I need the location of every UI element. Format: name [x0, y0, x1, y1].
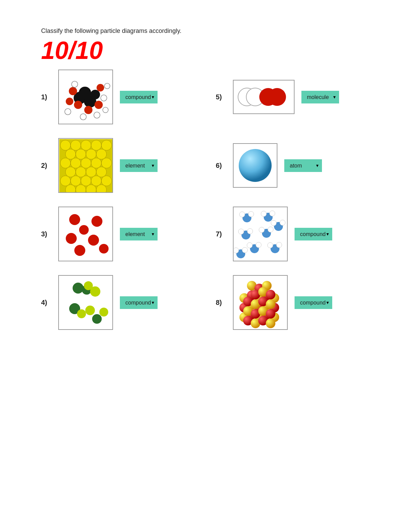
svg-point-67: [259, 227, 264, 233]
svg-point-70: [271, 220, 276, 226]
svg-point-77: [276, 242, 282, 248]
q6-diagram: [233, 143, 277, 188]
svg-point-53: [66, 233, 77, 244]
svg-point-41: [71, 176, 81, 186]
q5-select[interactable]: compound element molecule atom: [301, 91, 339, 103]
svg-point-22: [60, 140, 71, 150]
svg-point-65: [247, 228, 253, 234]
svg-point-24: [81, 140, 91, 150]
svg-point-76: [267, 243, 273, 248]
q4-svg: [59, 276, 112, 329]
question-7: 7): [216, 207, 370, 261]
svg-point-52: [79, 225, 89, 235]
svg-point-26: [101, 140, 112, 150]
instruction-text: Classify the following particle diagrams…: [41, 27, 370, 35]
svg-point-39: [96, 167, 107, 177]
q3-select[interactable]: compound element molecule atom: [120, 228, 158, 240]
svg-point-62: [270, 211, 275, 216]
svg-point-49: [239, 149, 272, 182]
svg-point-30: [96, 149, 107, 159]
svg-point-6: [84, 106, 92, 114]
svg-point-86: [90, 286, 100, 297]
q8-svg: [234, 276, 287, 329]
svg-point-42: [81, 176, 91, 186]
q8-diagram: [233, 275, 288, 330]
svg-point-68: [268, 227, 273, 232]
q3-diagram: [58, 207, 113, 261]
svg-point-56: [99, 244, 109, 253]
question-1: 1): [41, 70, 195, 124]
svg-point-31: [60, 158, 71, 168]
svg-point-116: [266, 299, 275, 309]
q1-select-wrapper: compound element molecule atom: [120, 91, 158, 103]
q7-diagram: [233, 207, 288, 261]
svg-point-84: [92, 314, 102, 324]
q1-diagram: [58, 70, 113, 124]
q5-select-wrapper: compound element molecule atom: [301, 91, 339, 103]
question-5: 5) compound element molecule atom: [216, 70, 370, 124]
svg-point-40: [60, 176, 71, 186]
q7-svg: [234, 208, 287, 261]
q5-svg: [234, 81, 294, 113]
svg-point-10: [72, 81, 78, 87]
svg-point-88: [85, 306, 95, 315]
svg-point-11: [94, 112, 100, 118]
svg-point-79: [234, 248, 239, 253]
svg-point-16: [104, 83, 110, 89]
question-6: 6) compound element: [216, 138, 370, 193]
q4-number: 4): [41, 299, 51, 307]
q1-select[interactable]: compound element molecule atom: [120, 91, 158, 103]
svg-point-13: [65, 109, 71, 115]
question-2: 2): [41, 138, 195, 193]
svg-point-59: [248, 211, 254, 217]
q5-number: 5): [216, 93, 226, 101]
svg-point-64: [238, 229, 244, 234]
q6-select[interactable]: compound element molecule atom: [284, 159, 322, 172]
svg-point-32: [71, 158, 81, 168]
svg-point-12: [101, 95, 107, 101]
q2-number: 2): [41, 162, 51, 170]
score-display: 10/10: [41, 38, 370, 63]
svg-point-71: [280, 220, 285, 225]
svg-point-38: [86, 167, 96, 177]
q4-select-wrapper: compound element molecule atom: [120, 296, 158, 309]
svg-point-23: [71, 140, 81, 150]
q1-number: 1): [41, 93, 51, 101]
svg-point-44: [101, 176, 112, 186]
svg-point-87: [77, 309, 86, 318]
svg-point-33: [81, 158, 91, 168]
svg-point-20: [268, 88, 286, 106]
q4-diagram: [58, 275, 113, 330]
q4-select[interactable]: compound element molecule atom: [120, 296, 158, 309]
q2-select-wrapper: compound element molecule atom: [120, 159, 158, 172]
q2-select[interactable]: compound element molecule atom: [120, 159, 158, 172]
svg-point-37: [76, 167, 86, 177]
svg-point-61: [261, 211, 266, 216]
svg-point-89: [99, 308, 108, 317]
svg-point-35: [101, 158, 112, 168]
svg-point-54: [88, 235, 99, 246]
svg-point-58: [239, 212, 245, 217]
svg-point-5: [74, 101, 82, 109]
svg-point-8: [66, 98, 73, 105]
svg-point-4: [69, 87, 77, 95]
svg-point-28: [76, 149, 86, 159]
svg-point-14: [80, 114, 86, 120]
svg-point-81: [73, 283, 84, 294]
q7-select[interactable]: compound element molecule atom: [295, 228, 332, 240]
q5-diagram: [233, 80, 295, 114]
q8-select-wrapper: compound element molecule atom: [295, 296, 332, 309]
svg-point-2: [79, 87, 91, 99]
q3-svg: [59, 208, 112, 261]
q8-select[interactable]: compound element molecule atom: [295, 296, 332, 309]
svg-point-15: [103, 107, 108, 113]
question-4: 4) compound: [41, 275, 195, 330]
q2-diagram: [58, 138, 113, 193]
svg-point-51: [91, 216, 102, 227]
svg-point-107: [266, 309, 275, 319]
svg-point-98: [266, 319, 275, 328]
q6-number: 6): [216, 162, 226, 170]
svg-point-36: [65, 167, 76, 177]
q3-select-wrapper: compound element molecule atom: [120, 228, 158, 240]
svg-point-27: [65, 149, 76, 159]
